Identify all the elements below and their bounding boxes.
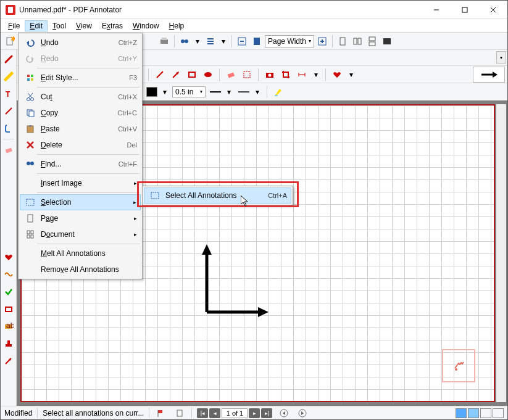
menu-edit[interactable]: Edit <box>25 20 48 31</box>
crop-icon[interactable] <box>279 68 293 81</box>
menu-find[interactable]: Find... Ctrl+F <box>20 156 141 172</box>
favorites-dropdown[interactable]: ▾ <box>346 68 356 81</box>
linestyle-dropdown[interactable]: ▾ <box>224 85 234 99</box>
line-tool-icon[interactable] <box>2 104 15 118</box>
svg-rect-81 <box>29 125 31 127</box>
arrow-style-icon[interactable] <box>236 85 250 99</box>
svg-point-9 <box>185 39 188 43</box>
vertical-scrollbar[interactable] <box>496 104 506 402</box>
width-select[interactable]: 0.5 in▾ <box>172 86 206 97</box>
pen-tool-icon[interactable] <box>2 52 15 66</box>
camera-icon[interactable] <box>263 68 277 81</box>
menu-remove-all[interactable]: Remove All Annotations <box>20 261 141 278</box>
menu-melt-all[interactable]: Melt All Annotations <box>20 245 141 261</box>
eraser2-icon[interactable] <box>224 68 238 81</box>
color-dropdown[interactable]: ▾ <box>160 85 170 99</box>
nav-fwd-icon[interactable] <box>296 406 309 420</box>
arrow-icon[interactable] <box>169 68 183 81</box>
prev-page-button[interactable]: ◂ <box>209 408 220 418</box>
minimize-button[interactable] <box>422 1 451 19</box>
fav-check-icon[interactable] <box>2 285 15 299</box>
arrowstyle-dropdown[interactable]: ▾ <box>252 85 262 99</box>
shape-extras-dropdown[interactable]: ▾ <box>311 68 321 81</box>
view2-icon[interactable] <box>468 408 479 418</box>
last-page-button[interactable]: ▸| <box>261 408 272 418</box>
binoculars-icon[interactable] <box>178 35 191 48</box>
page-input[interactable] <box>222 408 248 418</box>
menu-copy[interactable]: Copy Ctrl+C <box>20 105 141 121</box>
menu-window[interactable]: Window <box>128 20 164 31</box>
stamp-clip-icon[interactable] <box>2 121 15 135</box>
print-icon[interactable] <box>157 35 171 48</box>
ellipse-icon[interactable] <box>201 68 215 81</box>
status-doc-icon[interactable] <box>173 406 186 420</box>
menu-view[interactable]: View <box>71 20 97 31</box>
rect-icon[interactable] <box>185 68 199 81</box>
svg-rect-30 <box>6 307 12 311</box>
toolbar-overflow[interactable]: ▾ <box>496 51 506 64</box>
menu-tool[interactable]: Tool <box>48 20 71 31</box>
find-dropdown[interactable]: ▾ <box>193 35 202 48</box>
menu-edit-style[interactable]: Edit Style... F3 <box>20 70 141 86</box>
line-style-icon[interactable] <box>208 85 222 99</box>
fav-heart-icon[interactable] <box>2 250 15 264</box>
zoom-select[interactable]: Page Width▾ <box>265 35 314 47</box>
big-arrow-button[interactable] <box>473 67 505 83</box>
menu-document[interactable]: Document ▸ <box>20 226 141 242</box>
fav-wave-icon[interactable] <box>2 268 15 281</box>
view4-icon[interactable] <box>493 408 504 418</box>
svg-point-45 <box>269 73 272 76</box>
heart-icon[interactable] <box>330 68 344 81</box>
delete-icon <box>23 140 37 150</box>
text-tool-icon[interactable]: T <box>2 87 15 101</box>
highlighter-icon[interactable] <box>272 85 285 99</box>
selection-icon <box>23 197 37 207</box>
fav-rect-icon[interactable] <box>2 302 15 316</box>
list-icon[interactable] <box>204 35 217 48</box>
menu-undo[interactable]: Undo Ctrl+Z <box>20 35 141 51</box>
menu-redo[interactable]: Redo Ctrl+Y <box>20 51 141 67</box>
view1-icon[interactable] <box>456 408 467 418</box>
measure-icon[interactable] <box>295 68 309 81</box>
new-doc-icon[interactable]: ✱ <box>3 35 17 48</box>
menu-help[interactable]: Help <box>164 20 189 31</box>
menu-selection[interactable]: Selection ▸ <box>20 194 141 210</box>
nav-back-icon[interactable] <box>277 406 291 420</box>
fit-page-icon[interactable] <box>250 35 264 48</box>
line-icon[interactable] <box>153 68 167 81</box>
first-page-button[interactable]: |◂ <box>197 408 208 418</box>
color-swatch[interactable] <box>146 87 157 97</box>
fit-plus-icon[interactable] <box>315 35 329 48</box>
app-icon <box>6 5 15 15</box>
view3-icon[interactable] <box>480 408 491 418</box>
continuous-icon[interactable] <box>365 35 379 48</box>
single-page-icon[interactable] <box>336 35 349 48</box>
menu-insert-image[interactable]: Insert Image ▸ <box>20 175 141 191</box>
menu-paste[interactable]: Paste Ctrl+V <box>20 121 141 137</box>
svg-rect-86 <box>27 199 34 205</box>
fav-arrow-icon[interactable] <box>2 354 15 368</box>
fav-stamp-icon[interactable] <box>2 337 15 350</box>
marker-tool-icon[interactable] <box>2 70 15 83</box>
svg-rect-23 <box>369 42 375 46</box>
select-dashed-icon[interactable] <box>240 68 254 81</box>
menu-file[interactable]: File <box>3 20 25 31</box>
svg-rect-22 <box>369 37 375 41</box>
annotation-arrow[interactable] <box>176 241 275 321</box>
menu-extras[interactable]: Extras <box>97 20 128 31</box>
menu-cut[interactable]: Cut Ctrl+X <box>20 89 141 105</box>
svg-rect-70 <box>27 75 30 77</box>
fav-label-icon[interactable]: abl <box>2 319 15 333</box>
menu-delete[interactable]: Delete Del <box>20 137 141 153</box>
maximize-button[interactable] <box>451 1 479 19</box>
fullscreen-icon[interactable] <box>380 35 394 48</box>
menu-page[interactable]: Page ▸ <box>20 210 141 226</box>
close-button[interactable] <box>479 1 507 19</box>
status-flag-icon[interactable] <box>154 406 168 420</box>
two-page-icon[interactable] <box>351 35 364 48</box>
eraser-icon[interactable] <box>2 143 15 157</box>
next-page-button[interactable]: ▸ <box>249 408 260 418</box>
list-dropdown[interactable]: ▾ <box>219 35 228 48</box>
menu-select-all-annotations[interactable]: Select All Annotations Ctrl+A <box>144 187 291 204</box>
fit-minus-icon[interactable] <box>235 35 249 48</box>
